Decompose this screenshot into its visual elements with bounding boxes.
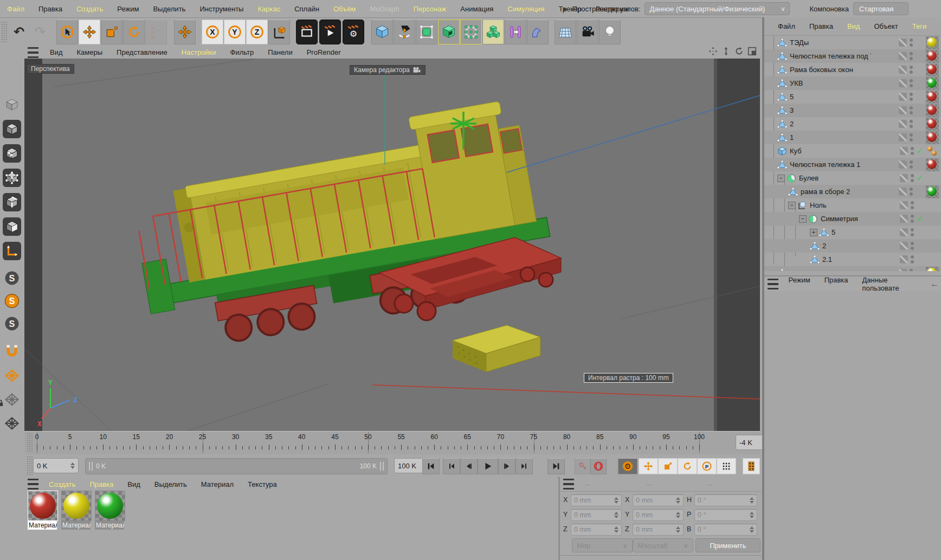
- autokey-ring-button[interactable]: [590, 458, 607, 474]
- menu-item-Режим[interactable]: Режим: [782, 276, 817, 292]
- add-generator-button[interactable]: [438, 20, 460, 44]
- menu-item-Выделить[interactable]: Выделить: [146, 5, 192, 13]
- layer-toggle[interactable]: [900, 242, 908, 250]
- menu-item-Камеры[interactable]: Камеры: [70, 48, 110, 56]
- coordinates-menu-icon[interactable]: [563, 479, 574, 490]
- viewport-menu-icon[interactable]: [28, 47, 38, 58]
- visibility-dots[interactable]: [910, 160, 913, 169]
- object-row[interactable]: +5: [764, 226, 941, 239]
- spinner-arrows-icon[interactable]: [676, 512, 680, 518]
- rotation-h-field[interactable]: 0 °: [694, 494, 757, 506]
- autokey-settings-button[interactable]: ⚙: [618, 458, 637, 474]
- menu-item-Настройки[interactable]: Настройки: [175, 48, 223, 56]
- size-z-field[interactable]: 0 mm: [633, 524, 684, 536]
- spinner-arrows-icon[interactable]: [750, 526, 754, 533]
- menu-item-Правка[interactable]: Правка: [817, 276, 855, 292]
- layer-toggle[interactable]: [899, 160, 907, 169]
- menu-item-Вид[interactable]: Вид: [43, 48, 70, 56]
- move-axis-button[interactable]: [174, 20, 196, 44]
- visibility-dots[interactable]: [910, 93, 913, 101]
- menu-item-Представление[interactable]: Представление: [109, 48, 175, 56]
- object-row[interactable]: 2: [764, 117, 941, 131]
- menu-item-Материал[interactable]: Материал: [194, 480, 241, 488]
- enabled-check-icon[interactable]: ✓: [917, 174, 924, 182]
- add-cube-button[interactable]: [371, 20, 393, 44]
- object-row[interactable]: Челюстная тележка 1: [764, 158, 941, 171]
- material-tag[interactable]: [926, 77, 939, 90]
- menu-item-Вид[interactable]: Вид: [120, 480, 147, 488]
- object-row[interactable]: 2.1: [764, 253, 941, 266]
- object-row[interactable]: [764, 266, 941, 271]
- zoom-view-icon[interactable]: [721, 47, 731, 56]
- menu-item-Анимация[interactable]: Анимация: [453, 5, 500, 13]
- spinner-arrows-icon[interactable]: [676, 526, 680, 533]
- object-row[interactable]: 5: [764, 90, 941, 104]
- camera-label-badge[interactable]: Камера редактора: [350, 65, 426, 75]
- render-view-button[interactable]: [296, 20, 318, 44]
- layer-toggle[interactable]: [899, 188, 907, 196]
- spinner-arrows-icon[interactable]: [614, 512, 618, 518]
- material-thumbnail[interactable]: Материал: [28, 491, 58, 531]
- menu-item-ProRender[interactable]: ProRender: [300, 48, 348, 56]
- snap-settings-button[interactable]: S: [1, 313, 23, 334]
- visibility-dots[interactable]: [911, 215, 914, 223]
- menu-item-Создать[interactable]: Создать: [69, 5, 110, 13]
- next-key-button[interactable]: [515, 458, 533, 474]
- ruler-track[interactable]: 0510152025303540455055606570758085909510…: [24, 432, 729, 454]
- workplane-button[interactable]: [1, 365, 23, 387]
- layout-button[interactable]: Стартовая: [853, 2, 908, 15]
- menu-item-Персонаж[interactable]: Персонаж: [407, 5, 454, 13]
- menu-item-Теги[interactable]: Теги: [905, 22, 933, 30]
- object-row[interactable]: рама в сборе 2: [764, 185, 941, 198]
- prev-frame-button[interactable]: [460, 458, 478, 474]
- position-z-field[interactable]: 0 mm: [571, 524, 622, 536]
- axis-mode-button[interactable]: [1, 240, 23, 262]
- make-editable-button[interactable]: [1, 94, 23, 115]
- prev-key-button[interactable]: [443, 458, 460, 474]
- visibility-dots[interactable]: [910, 38, 913, 47]
- add-spline-pen-button[interactable]: [394, 20, 415, 44]
- layer-toggle[interactable]: [899, 38, 907, 47]
- add-floor-button[interactable]: [555, 20, 576, 44]
- menu-item-Закл[interactable]: Закл: [933, 22, 941, 30]
- range-end-grip[interactable]: [380, 462, 384, 471]
- object-row[interactable]: Куб ✓: [764, 144, 941, 158]
- viewport-canvas[interactable]: Y Z X Перспектива Камера редактора Интер…: [24, 59, 760, 431]
- visibility-dots[interactable]: [910, 120, 913, 128]
- scale-tool-button[interactable]: [101, 20, 123, 44]
- current-frame-field[interactable]: 0 K: [33, 458, 79, 473]
- menu-item-Вид[interactable]: Вид: [840, 22, 867, 30]
- frame-range-slider[interactable]: 0 K 100 K: [85, 458, 388, 474]
- collapse-icon[interactable]: −: [777, 175, 785, 182]
- record-position-toggle[interactable]: [639, 458, 658, 474]
- visibility-dots[interactable]: [911, 228, 914, 236]
- visibility-dots[interactable]: [911, 201, 914, 209]
- next-frame-button[interactable]: [498, 458, 515, 474]
- object-row[interactable]: Челюстная тележка под ТЭД: [764, 49, 941, 63]
- menu-item-Объём[interactable]: Объём: [326, 5, 363, 13]
- visibility-dots[interactable]: [910, 52, 913, 60]
- render-to-picture-viewer-button[interactable]: [319, 20, 341, 44]
- record-key-button[interactable]: [575, 458, 591, 474]
- menu-item-Фильтр[interactable]: Фильтр: [223, 48, 261, 56]
- material-tag[interactable]: [926, 185, 939, 198]
- spinner-arrows-icon[interactable]: [70, 462, 75, 469]
- layer-toggle[interactable]: [900, 174, 908, 182]
- z-axis-lock-button[interactable]: Z: [246, 20, 268, 44]
- record-rotation-toggle[interactable]: [678, 458, 697, 474]
- size-x-field[interactable]: 0 mm: [633, 494, 684, 506]
- material-tag[interactable]: [926, 158, 939, 171]
- object-row[interactable]: −Ноль: [764, 198, 941, 212]
- menu-item-Правка[interactable]: Правка: [31, 5, 69, 13]
- visibility-dots[interactable]: [911, 242, 914, 250]
- material-thumbnail[interactable]: Материал: [61, 491, 92, 531]
- toolbar-grip[interactable]: [1, 21, 8, 43]
- visibility-dots[interactable]: [911, 174, 914, 182]
- layer-toggle[interactable]: [900, 201, 908, 209]
- object-row[interactable]: 3: [764, 104, 941, 117]
- visibility-dots[interactable]: [911, 255, 914, 263]
- layer-toggle[interactable]: [900, 255, 908, 263]
- menu-item-Создать[interactable]: Создать: [42, 480, 82, 488]
- layer-toggle[interactable]: [900, 228, 908, 236]
- visibility-dots[interactable]: [911, 147, 914, 155]
